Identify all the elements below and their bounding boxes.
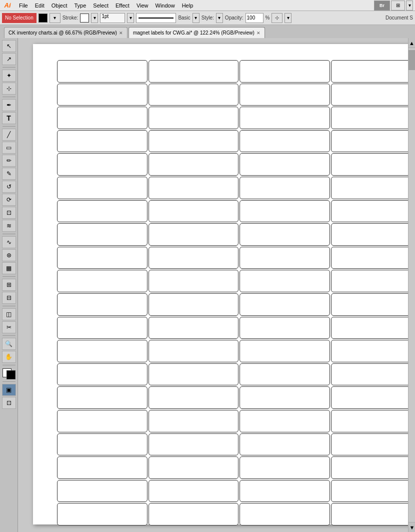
label-cell[interactable]	[148, 247, 239, 269]
menu-file[interactable]: File	[16, 2, 31, 10]
tool-eraser[interactable]: ◫	[2, 308, 16, 320]
label-cell[interactable]	[240, 480, 330, 502]
tool-rotate[interactable]: ↺	[2, 181, 16, 193]
label-cell[interactable]	[331, 317, 408, 339]
label-cell[interactable]	[57, 410, 148, 432]
label-cell[interactable]	[240, 177, 330, 199]
label-cell[interactable]	[148, 386, 239, 409]
label-cell[interactable]	[148, 153, 239, 176]
stroke-weight[interactable]: 1pt	[100, 13, 125, 23]
label-cell[interactable]	[57, 433, 148, 456]
label-cell[interactable]	[148, 84, 239, 106]
label-cell[interactable]	[240, 317, 330, 339]
label-cell[interactable]	[331, 84, 408, 106]
menu-window[interactable]: Window	[152, 2, 178, 10]
label-cell[interactable]	[148, 200, 239, 223]
label-cell[interactable]	[331, 60, 408, 83]
tool-line[interactable]: ╱	[2, 129, 16, 141]
label-cell[interactable]	[240, 153, 330, 176]
label-cell[interactable]	[240, 410, 330, 432]
fill-stroke-widget[interactable]	[2, 368, 16, 379]
opacity-arrow[interactable]: ▾	[284, 13, 292, 23]
tool-blend[interactable]: ∿	[2, 236, 16, 248]
label-cell[interactable]	[331, 223, 408, 246]
label-cell[interactable]	[331, 363, 408, 386]
label-cell[interactable]	[240, 340, 330, 362]
tool-scissors[interactable]: ✂	[2, 321, 16, 333]
label-cell[interactable]	[240, 503, 330, 525]
label-cell[interactable]	[240, 60, 330, 83]
fill-arrow[interactable]: ▾	[50, 13, 60, 23]
stroke-color[interactable]	[80, 14, 89, 23]
tool-magic-wand[interactable]: ✦	[2, 70, 16, 82]
scroll-down-btn[interactable]: ▼	[408, 522, 415, 532]
label-cell[interactable]	[148, 433, 239, 456]
label-cell[interactable]	[57, 340, 148, 362]
label-cell[interactable]	[57, 84, 148, 106]
tool-warp[interactable]: ≋	[2, 220, 16, 232]
tool-zoom[interactable]: 🔍	[2, 338, 16, 350]
menu-edit[interactable]: Edit	[32, 2, 48, 10]
bridge-btn[interactable]: Br	[374, 1, 390, 11]
menu-object[interactable]: Object	[48, 2, 70, 10]
label-cell[interactable]	[148, 340, 239, 362]
workspace-arrow[interactable]: ▾	[406, 1, 413, 11]
tool-symbol[interactable]: ⊛	[2, 249, 16, 261]
tool-screen-mode[interactable]: ⊡	[2, 397, 16, 409]
label-cell[interactable]	[240, 293, 330, 316]
label-cell[interactable]	[148, 223, 239, 246]
tab-magnet-labels[interactable]: magnet labels for CWG.ai* @ 122.24% (RGB…	[128, 27, 265, 38]
label-cell[interactable]	[148, 60, 239, 83]
label-cell[interactable]	[57, 153, 148, 176]
stroke-arrow[interactable]: ▾	[91, 13, 98, 23]
menu-select[interactable]: Select	[90, 2, 112, 10]
menu-view[interactable]: View	[134, 2, 152, 10]
label-cell[interactable]	[148, 270, 239, 292]
tool-column-graph[interactable]: ▦	[2, 262, 16, 274]
label-cell[interactable]	[240, 270, 330, 292]
workspace-btn[interactable]: ⊞	[391, 1, 405, 11]
scroll-up-btn[interactable]: ▲	[408, 38, 415, 48]
label-cell[interactable]	[148, 107, 239, 129]
label-cell[interactable]	[148, 456, 239, 479]
label-cell[interactable]	[331, 456, 408, 479]
label-cell[interactable]	[240, 363, 330, 386]
label-cell[interactable]	[331, 153, 408, 176]
label-cell[interactable]	[331, 200, 408, 223]
label-cell[interactable]	[331, 293, 408, 316]
label-cell[interactable]	[57, 293, 148, 316]
tool-direct-select[interactable]: ↗	[2, 53, 16, 65]
tool-artboard[interactable]: ⊞	[2, 279, 16, 291]
scroll-thumb[interactable]	[408, 50, 415, 70]
label-cell[interactable]	[57, 223, 148, 246]
label-cell[interactable]	[331, 340, 408, 362]
tool-normal-mode[interactable]: ▣	[2, 384, 16, 396]
tool-rect[interactable]: ▭	[2, 142, 16, 154]
tool-lasso[interactable]: ⊹	[2, 83, 16, 95]
label-cell[interactable]	[148, 503, 239, 525]
tool-hand[interactable]: ✋	[2, 351, 16, 363]
label-cell[interactable]	[57, 386, 148, 409]
label-cell[interactable]	[57, 270, 148, 292]
label-cell[interactable]	[240, 456, 330, 479]
label-cell[interactable]	[148, 480, 239, 502]
label-cell[interactable]	[240, 386, 330, 409]
stroke-weight-arrow[interactable]: ▾	[127, 13, 134, 23]
menu-type[interactable]: Type	[72, 2, 90, 10]
label-cell[interactable]	[57, 200, 148, 223]
canvas-area[interactable]	[18, 38, 408, 532]
label-cell[interactable]	[57, 177, 148, 199]
label-cell[interactable]	[148, 177, 239, 199]
label-cell[interactable]	[331, 433, 408, 456]
label-cell[interactable]	[331, 503, 408, 525]
label-cell[interactable]	[331, 410, 408, 432]
opacity-options[interactable]: ⊹	[272, 13, 282, 23]
label-cell[interactable]	[57, 247, 148, 269]
label-cell[interactable]	[57, 503, 148, 525]
tool-paintbrush[interactable]: ✏	[2, 155, 16, 167]
label-cell[interactable]	[148, 363, 239, 386]
vertical-scrollbar[interactable]: ▲ ▼	[408, 38, 415, 532]
label-cell[interactable]	[57, 60, 148, 83]
label-cell[interactable]	[57, 456, 148, 479]
tab-ck-inventory[interactable]: CK inventory charts.ai @ 66.67% (RGB/Pre…	[4, 27, 128, 38]
